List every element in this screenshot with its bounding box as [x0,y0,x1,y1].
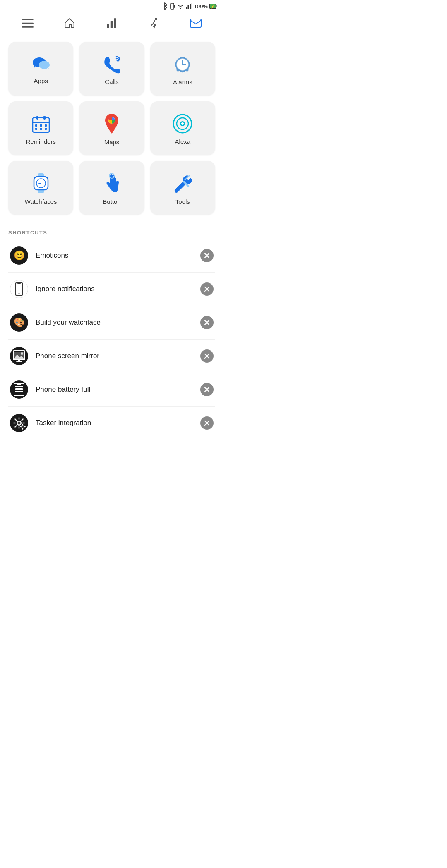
battery-icon: ⚡ [209,3,217,9]
alexa-label: Alexa [175,138,191,145]
svg-rect-33 [35,128,37,130]
nav-bar [0,12,223,35]
phone-screen-mirror-close-button[interactable] [200,349,214,363]
grid-item-maps[interactable]: Maps [79,101,144,155]
bluetooth-icon [162,2,168,10]
menu-nav-button[interactable] [19,16,37,31]
svg-text:⚡: ⚡ [211,5,215,9]
mail-icon [190,17,202,29]
shortcut-item-emoticons[interactable]: 😊 Emoticons [8,239,215,273]
apps-icon [30,55,52,73]
gear-icon [12,416,26,430]
grid-item-alarms[interactable]: Alarms [150,42,215,96]
svg-point-77 [22,426,24,428]
svg-rect-3 [186,7,187,9]
svg-rect-63 [16,361,22,362]
svg-rect-17 [190,19,201,27]
svg-rect-5 [190,4,191,9]
grid-item-apps[interactable]: Apps [8,42,73,96]
svg-rect-34 [40,128,42,130]
phone-icon [14,282,24,296]
shortcut-item-build-watchface[interactable]: 🎨 Build your watchface [8,306,215,340]
grid-item-calls[interactable]: Calls [79,42,144,96]
svg-rect-31 [40,124,42,127]
tasker-integration-label: Tasker integration [36,419,200,427]
close-icon [204,387,210,392]
svg-rect-4 [187,5,189,9]
svg-rect-35 [45,128,47,130]
svg-point-61 [21,352,23,355]
mirror-icon [13,350,25,362]
shortcut-item-phone-screen-mirror[interactable]: Phone screen mirror [8,340,215,373]
svg-rect-6 [191,3,192,9]
grid-item-tools[interactable]: Tools [150,161,215,215]
phone-screen-mirror-label: Phone screen mirror [36,352,200,360]
svg-rect-1 [170,5,171,8]
grid-item-alexa[interactable]: Alexa [150,101,215,155]
tools-icon [172,172,193,194]
svg-point-24 [177,68,180,71]
svg-rect-8 [216,5,217,7]
grid-container: Apps Calls [8,42,215,215]
svg-rect-71 [17,384,21,385]
phone-battery-full-close-button[interactable] [200,383,214,396]
vibrate-icon [169,2,175,10]
svg-point-40 [181,122,184,125]
close-icon [204,320,210,325]
reminders-icon [31,113,51,134]
tools-label: Tools [175,198,190,205]
svg-rect-67 [15,386,23,387]
svg-point-25 [186,68,189,71]
svg-rect-12 [22,26,34,28]
grid-item-watchfaces[interactable]: Watchfaces [8,161,73,215]
svg-rect-62 [18,360,20,361]
svg-rect-2 [174,5,175,8]
svg-rect-68 [15,388,23,390]
svg-rect-14 [111,21,113,28]
grid-item-button[interactable]: Button [79,161,144,215]
svg-rect-69 [15,391,23,392]
close-icon [204,253,210,258]
stats-nav-button[interactable] [103,16,121,31]
alexa-icon [172,113,193,134]
svg-point-53 [19,293,20,294]
emoticons-close-button[interactable] [200,249,214,262]
watchfaces-icon [31,172,50,194]
maps-label: Maps [104,139,120,146]
wifi-icon [177,3,184,9]
svg-rect-15 [114,18,116,28]
button-label: Button [103,198,120,205]
svg-rect-13 [107,24,109,28]
close-icon [204,286,210,292]
status-bar: 100% ⚡ [0,0,223,12]
apps-label: Apps [34,77,48,84]
shortcut-item-ignore-notifications[interactable]: Ignore notifications [8,273,215,306]
build-watchface-label: Build your watchface [36,318,200,327]
ignore-notifications-label: Ignore notifications [36,285,200,293]
build-watchface-close-button[interactable] [200,316,214,329]
svg-point-16 [155,18,157,20]
signal-icon [186,3,192,9]
grid-section: Apps Calls [0,35,223,221]
grid-item-reminders[interactable]: Reminders [8,101,73,155]
button-icon [102,172,121,194]
messages-nav-button[interactable] [187,16,205,31]
shortcut-item-tasker-integration[interactable]: Tasker integration [8,407,215,440]
home-nav-button[interactable] [60,16,79,31]
shortcut-item-phone-battery-full[interactable]: Phone battery full [8,373,215,407]
close-icon [204,353,210,359]
tasker-integration-close-button[interactable] [200,416,214,430]
phone-battery-full-label: Phone battery full [36,385,200,394]
svg-rect-54 [17,283,21,284]
svg-point-75 [18,422,21,425]
reminders-label: Reminders [26,138,56,145]
ignore-notifications-close-button[interactable] [200,282,214,296]
runner-icon [148,17,160,29]
maps-icon [103,113,121,134]
activity-nav-button[interactable] [145,16,163,31]
svg-rect-32 [45,124,47,127]
menu-icon [22,17,34,29]
status-icons: 100% ⚡ [162,2,217,10]
ignore-notifications-icon [10,280,28,298]
svg-rect-29 [33,122,49,123]
